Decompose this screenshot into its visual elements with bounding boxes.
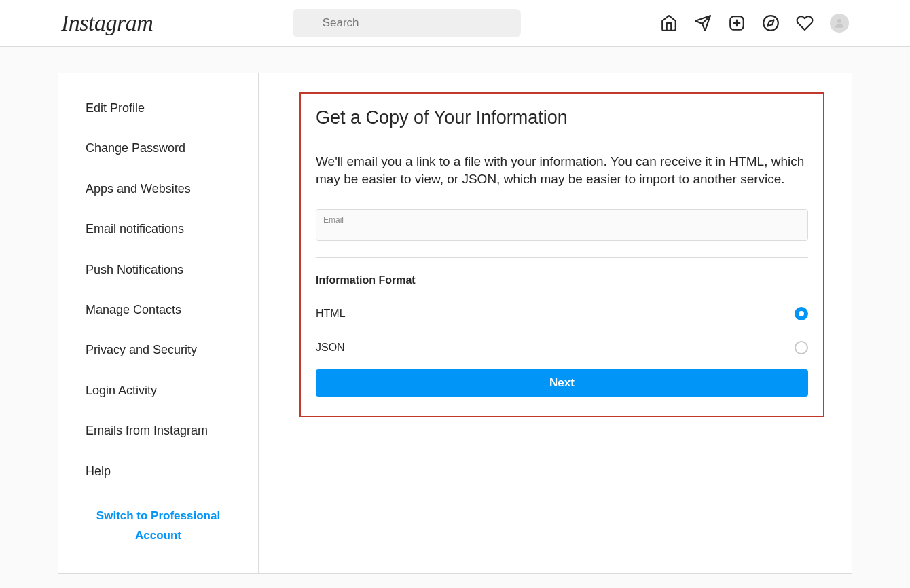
- page-description: We'll email you a link to a file with yo…: [316, 153, 808, 187]
- svg-point-7: [763, 16, 778, 31]
- next-button[interactable]: Next: [316, 369, 808, 397]
- sidebar-item-email-notifications[interactable]: Email notifications: [58, 209, 258, 249]
- svg-point-9: [837, 19, 841, 23]
- sidebar-item-push-notifications[interactable]: Push Notifications: [58, 250, 258, 290]
- profile-avatar[interactable]: [830, 14, 849, 33]
- instagram-logo[interactable]: Instagram: [61, 10, 153, 36]
- sidebar-item-manage-contacts[interactable]: Manage Contacts: [58, 290, 258, 330]
- sidebar-item-help[interactable]: Help: [58, 452, 258, 492]
- explore-icon[interactable]: [762, 14, 780, 32]
- format-row-html[interactable]: HTML: [316, 301, 808, 335]
- messages-icon[interactable]: [694, 14, 712, 32]
- radio-html[interactable]: [795, 307, 808, 320]
- format-label-json: JSON: [316, 342, 345, 354]
- highlighted-section: Get a Copy of Your Information We'll ema…: [299, 92, 824, 417]
- home-icon[interactable]: [660, 14, 678, 32]
- new-post-icon[interactable]: [728, 14, 746, 32]
- divider: [316, 257, 808, 258]
- activity-icon[interactable]: [796, 14, 814, 32]
- sidebar-item-change-password[interactable]: Change Password: [58, 128, 258, 168]
- sidebar-item-emails-instagram[interactable]: Emails from Instagram: [58, 411, 258, 451]
- page-title: Get a Copy of Your Information: [316, 107, 808, 128]
- email-field[interactable]: Email: [316, 209, 808, 241]
- sidebar-item-privacy-security[interactable]: Privacy and Security: [58, 330, 258, 370]
- format-row-json[interactable]: JSON: [316, 335, 808, 369]
- sidebar-item-apps-websites[interactable]: Apps and Websites: [58, 169, 258, 209]
- sidebar-item-edit-profile[interactable]: Edit Profile: [58, 88, 258, 128]
- format-label-html: HTML: [316, 308, 346, 320]
- main-content: Get a Copy of Your Information We'll ema…: [259, 73, 852, 574]
- app-header: Instagram: [0, 0, 910, 47]
- settings-sidebar: Edit Profile Change Password Apps and We…: [58, 73, 259, 574]
- svg-marker-8: [767, 20, 774, 26]
- email-label: Email: [323, 215, 801, 225]
- switch-professional-link[interactable]: Switch to Professional Account: [58, 492, 258, 573]
- radio-json[interactable]: [795, 341, 808, 354]
- sidebar-item-login-activity[interactable]: Login Activity: [58, 371, 258, 411]
- search-input[interactable]: [293, 9, 521, 37]
- format-title: Information Format: [316, 274, 808, 287]
